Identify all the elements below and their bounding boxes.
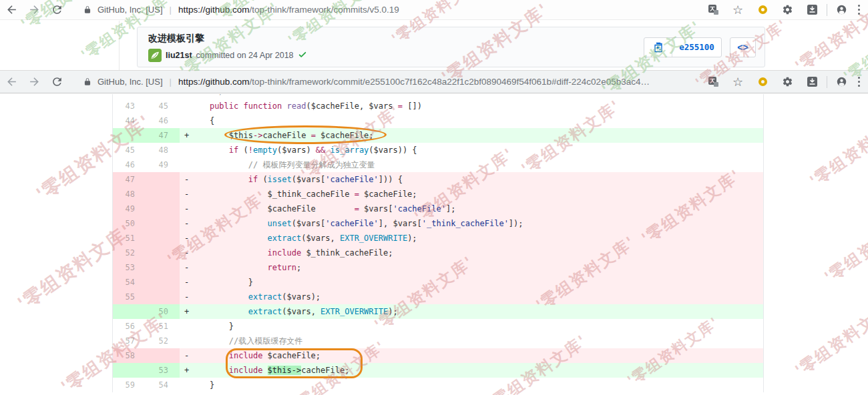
translate-extension-button[interactable] — [701, 1, 726, 19]
bookmark-star-button[interactable]: ☆ — [726, 1, 750, 19]
profile-button-2[interactable] — [829, 73, 854, 91]
forward-button[interactable] — [23, 0, 45, 19]
new-line-number[interactable] — [146, 348, 180, 363]
extension-gear-button-2[interactable] — [775, 73, 800, 91]
new-line-number[interactable]: 46 — [146, 113, 180, 128]
ssl-lock-icon[interactable] — [83, 5, 92, 15]
commit-sha-button[interactable]: e255100 — [672, 38, 721, 57]
commit-card: 改进模板引擎 liu21st committed on 24 Apr 2018 — [137, 27, 765, 67]
address-bar-2[interactable]: https://github.com/top-think/framework/c… — [178, 77, 696, 87]
old-line-number[interactable]: 53 — [113, 260, 146, 275]
old-line-number[interactable]: 45 — [113, 143, 146, 157]
new-line-number[interactable] — [146, 172, 180, 187]
reload-button[interactable] — [45, 0, 68, 19]
old-line-number[interactable]: 56 — [113, 319, 146, 334]
new-line-number[interactable]: 53 — [146, 363, 180, 378]
author-login[interactable]: liu21st — [166, 51, 192, 60]
diff-row: 53- return; — [113, 260, 763, 275]
watermark-text: '零组资料文库' — [791, 297, 868, 381]
old-line-number[interactable]: 49 — [113, 202, 146, 216]
code-token — [190, 336, 229, 346]
reload-button-2[interactable] — [45, 71, 68, 93]
old-line-number[interactable]: 47 — [113, 172, 146, 187]
extension-download-button[interactable] — [800, 1, 825, 19]
commit-meta: liu21st committed on 24 Apr 2018 — [148, 49, 644, 62]
ev-cert-name[interactable]: GitHub, Inc. [US] — [97, 5, 163, 15]
new-line-number[interactable] — [146, 275, 180, 290]
code-token — [190, 351, 229, 360]
star-icon: ☆ — [732, 4, 743, 16]
ev-cert-name-2[interactable]: GitHub, Inc. [US] — [97, 77, 163, 87]
new-line-number[interactable]: 54 — [146, 378, 180, 392]
diff-marker: + — [180, 128, 190, 143]
code-token: // 模板阵列变量分解成为独立变量 — [248, 160, 375, 169]
code-token: ; — [296, 263, 301, 272]
new-line-number[interactable]: 52 — [146, 334, 180, 348]
download-icon — [807, 76, 818, 87]
code-token: ! — [248, 145, 253, 155]
old-line-number[interactable]: 58 — [113, 348, 146, 363]
back-button-2[interactable] — [0, 71, 23, 93]
old-line-number[interactable] — [113, 363, 146, 378]
verified-check[interactable] — [298, 50, 307, 60]
new-line-number[interactable] — [146, 231, 180, 246]
back-button[interactable] — [0, 0, 23, 19]
new-line-number[interactable]: 47 — [146, 128, 180, 143]
old-line-number[interactable]: 57 — [113, 334, 146, 348]
extension-yellow-button-2[interactable] — [750, 73, 775, 91]
new-line-number[interactable]: 51 — [146, 319, 180, 334]
watermark-text: '零组资料文库' — [806, 107, 868, 191]
extension-download-button-2[interactable] — [800, 73, 825, 91]
profile-button[interactable] — [829, 1, 854, 19]
old-line-number[interactable]: 52 — [113, 246, 146, 260]
new-line-number[interactable]: 45 — [146, 99, 180, 113]
extension-gear-button[interactable] — [775, 1, 800, 19]
diff-marker: - — [180, 216, 190, 231]
check-icon — [298, 50, 307, 59]
new-line-number[interactable] — [146, 187, 180, 202]
old-line-number[interactable] — [113, 128, 146, 143]
new-line-number[interactable]: 49 — [146, 157, 180, 172]
new-line-number[interactable] — [146, 260, 180, 275]
translate-extension-button-2[interactable] — [701, 73, 726, 91]
code-token — [190, 175, 248, 184]
old-line-number[interactable] — [113, 94, 146, 99]
extension-yellow-button[interactable] — [750, 1, 775, 19]
old-line-number[interactable]: 44 — [113, 113, 146, 128]
old-line-number[interactable]: 55 — [113, 290, 146, 304]
old-line-number[interactable]: 54 — [113, 275, 146, 290]
browse-code-button[interactable]: <> — [730, 37, 756, 57]
old-line-number[interactable]: 50 — [113, 216, 146, 231]
ssl-lock-2[interactable] — [83, 77, 92, 87]
code-token: ($cacheFile, $vars — [306, 101, 397, 111]
old-line-number[interactable]: 59 — [113, 378, 146, 392]
code-token: include — [268, 248, 302, 258]
old-line-number[interactable]: 48 — [113, 187, 146, 202]
code-token — [238, 101, 243, 111]
old-line-number[interactable]: 46 — [113, 157, 146, 172]
old-line-number[interactable]: 43 — [113, 99, 146, 113]
old-line-number[interactable]: 51 — [113, 231, 146, 246]
author-avatar[interactable] — [148, 49, 162, 62]
new-line-number[interactable] — [146, 246, 180, 260]
reload-icon — [51, 3, 63, 16]
bookmark-star-button-2[interactable]: ☆ — [726, 73, 750, 91]
forward-button-2[interactable] — [23, 71, 45, 93]
code-line: + extract($vars, EXTR_OVERWRITE); — [180, 304, 763, 319]
browser-menu-button[interactable] — [854, 5, 868, 15]
new-line-number[interactable] — [146, 94, 180, 99]
copy-sha-button[interactable] — [644, 38, 672, 57]
browser-menu-button-2[interactable] — [854, 77, 868, 87]
code-token: $_think_cacheFile; — [301, 248, 393, 258]
code-line: - extract($vars); — [180, 290, 763, 304]
old-line-number[interactable] — [113, 304, 146, 319]
new-line-number[interactable] — [146, 290, 180, 304]
new-line-number[interactable]: 50 — [146, 304, 180, 319]
new-line-number[interactable] — [146, 202, 180, 216]
code-token: 'cacheFile' — [393, 204, 445, 214]
new-line-number[interactable] — [146, 216, 180, 231]
diff-row: 5954 } — [113, 378, 763, 392]
code-token: ($vars[ — [292, 175, 326, 184]
new-line-number[interactable]: 48 — [146, 143, 180, 157]
address-bar[interactable]: https://github.com/top-think/framework/c… — [178, 5, 696, 15]
